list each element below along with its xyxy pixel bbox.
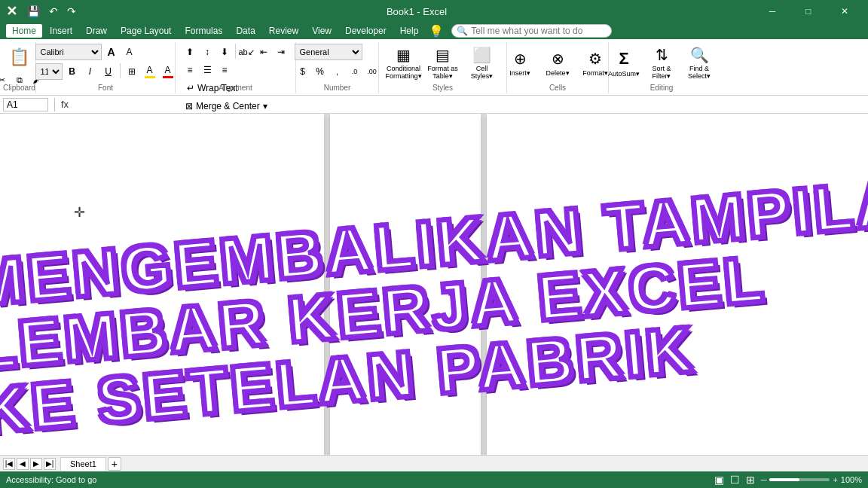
conditional-formatting-button[interactable]: ▦ ConditionalFormatting▾ [386, 44, 422, 83]
next-sheet-button[interactable]: ▶ [30, 458, 42, 470]
align-middle-button[interactable]: ↕ [199, 44, 215, 60]
editing-group: Σ AutoSum▾ ⇅ Sort &Filter▾ 🔍 Find &Selec… [609, 42, 714, 93]
menu-item-formulas[interactable]: Formulas [179, 24, 228, 38]
percent-button[interactable]: % [312, 63, 329, 80]
page-layout-view-button[interactable]: ☐ [730, 474, 740, 486]
font-size-selector[interactable]: 11 8 10 12 14 16 [35, 63, 63, 80]
spreadsheet-area: ✛ MENGEMBALIKAN TAMPILAN LEMBAR KERJA EX… [0, 114, 868, 488]
menu-item-developer[interactable]: Developer [339, 24, 393, 38]
alignment-group-label: Alignment [176, 84, 295, 92]
conditional-formatting-icon: ▦ [396, 46, 411, 64]
first-sheet-button[interactable]: |◀ [3, 458, 15, 470]
normal-view-button[interactable]: ▣ [714, 474, 724, 486]
zoom-slider[interactable] [769, 478, 830, 481]
insert-button[interactable]: ⊕ Insert▾ [502, 44, 538, 83]
last-sheet-button[interactable]: ▶| [44, 458, 56, 470]
styles-group-label: Styles [379, 84, 506, 92]
delete-button[interactable]: ⊗ Delete▾ [539, 44, 576, 83]
align-center-button[interactable]: ☰ [199, 62, 215, 78]
align-right-button[interactable]: ≡ [216, 62, 233, 78]
find-select-label: Find &Select▾ [688, 66, 711, 81]
delete-cells-icon: ⊗ [552, 50, 564, 68]
status-bar: Accessibility: Good to go ▣ ☐ ⊞ ─ + 100% [0, 471, 868, 488]
number-group: General Number Currency Percentage Date … [296, 42, 379, 93]
redo-button[interactable]: ↷ [65, 5, 78, 18]
search-box[interactable]: 🔍 [451, 24, 612, 38]
cursor-crosshair: ✛ [74, 204, 85, 221]
menu-item-insert[interactable]: Insert [44, 24, 78, 38]
zoom-in-button[interactable]: + [833, 475, 837, 484]
search-input[interactable] [471, 26, 607, 36]
alignment-group: ⬆ ↕ ⬇ ab↙ ⇤ ⇥ ≡ ☰ ≡ ↵ W [176, 42, 296, 93]
page-break-view-button[interactable]: ⊞ [746, 474, 755, 486]
quick-access-toolbar: ✕ 💾 ↶ ↷ [6, 3, 78, 20]
help-icon: 💡 [429, 24, 444, 38]
conditional-formatting-label: ConditionalFormatting▾ [386, 66, 422, 81]
font-color-button[interactable]: A [160, 63, 176, 80]
menu-bar: Home Insert Draw Page Layout Formulas Da… [0, 23, 868, 39]
format-as-table-button[interactable]: ▤ Format asTable▾ [425, 44, 461, 83]
format-label: Format▾ [582, 69, 608, 77]
menu-item-page-layout[interactable]: Page Layout [115, 24, 177, 38]
formula-divider [54, 98, 55, 111]
decimal-increase-button[interactable]: .0 [347, 63, 363, 80]
undo-button[interactable]: ↶ [47, 5, 60, 18]
status-right-area: ▣ ☐ ⊞ ─ + 100% [714, 474, 862, 486]
merge-icon: ⊠ [185, 101, 193, 111]
indent-increase-button[interactable]: ⇥ [273, 44, 289, 60]
sheet-tab-1[interactable]: Sheet1 [60, 457, 106, 471]
align-left-button[interactable]: ≡ [182, 62, 198, 78]
insert-cells-icon: ⊕ [514, 50, 527, 68]
menu-item-view[interactable]: View [306, 24, 338, 38]
close-button[interactable]: ✕ [827, 0, 862, 23]
font-name-selector[interactable]: Calibri Arial Times New Roman [35, 44, 102, 60]
menu-item-home[interactable]: Home [6, 24, 42, 38]
paste-button[interactable]: 📋 [6, 44, 33, 71]
autosum-label: AutoSum▾ [608, 70, 640, 78]
menu-item-data[interactable]: Data [230, 24, 261, 38]
indent-decrease-button[interactable]: ⇤ [255, 44, 272, 60]
menu-item-review[interactable]: Review [263, 24, 304, 38]
find-select-button[interactable]: 🔍 Find &Select▾ [681, 44, 717, 83]
comma-button[interactable]: , [329, 63, 346, 80]
cells-group: ⊕ Insert▾ ⊗ Delete▾ ⚙ Format▾ Cells [507, 42, 609, 93]
bold-button[interactable]: B [64, 63, 81, 80]
formula-function-icon: fx [61, 99, 69, 110]
minimize-button[interactable]: ─ [755, 0, 790, 23]
decrease-font-button[interactable]: A [121, 44, 138, 60]
status-text: Accessibility: Good to go [6, 475, 96, 484]
format-as-table-label: Format asTable▾ [427, 66, 458, 81]
cell-styles-button[interactable]: ⬜ CellStyles▾ [464, 44, 500, 83]
cell-styles-icon: ⬜ [472, 46, 491, 64]
align-bottom-button[interactable]: ⬇ [216, 44, 233, 60]
sort-filter-button[interactable]: ⇅ Sort &Filter▾ [643, 44, 680, 83]
decimal-decrease-button[interactable]: .00 [364, 63, 381, 80]
fill-color-button[interactable]: A [142, 63, 158, 80]
menu-item-draw[interactable]: Draw [80, 24, 113, 38]
zoom-control: ─ + 100% [761, 475, 862, 484]
zoom-out-button[interactable]: ─ [761, 475, 767, 484]
border-button[interactable]: ⊞ [124, 63, 140, 80]
app-container: ✕ 💾 ↶ ↷ Book1 - Excel ─ □ ✕ Home Insert … [0, 0, 868, 488]
italic-button[interactable]: I [82, 63, 99, 80]
autosum-icon: Σ [619, 49, 628, 69]
search-icon: 🔍 [457, 26, 468, 36]
merge-dropdown-icon: ▾ [263, 101, 267, 111]
align-top-button[interactable]: ⬆ [182, 44, 198, 60]
zoom-percent-label: 100% [841, 475, 862, 484]
format-cells-icon: ⚙ [588, 50, 602, 68]
underline-button[interactable]: U [100, 63, 117, 80]
number-format-selector[interactable]: General Number Currency Percentage Date [295, 44, 362, 60]
clipboard-label: Clipboard [3, 84, 35, 92]
add-sheet-button[interactable]: + [108, 457, 121, 471]
maximize-button[interactable]: □ [791, 0, 826, 23]
accounting-format-button[interactable]: $ [295, 63, 311, 80]
increase-font-button[interactable]: A [103, 44, 120, 60]
menu-item-help[interactable]: Help [394, 24, 425, 38]
text-direction-button[interactable]: ab↙ [238, 44, 255, 60]
autosum-button[interactable]: Σ AutoSum▾ [606, 44, 642, 83]
merge-center-button[interactable]: ⊠ Merge & Center ▾ [182, 98, 271, 114]
prev-sheet-button[interactable]: ◀ [17, 458, 29, 470]
save-button[interactable]: 💾 [25, 5, 42, 18]
cell-reference-box[interactable] [3, 98, 48, 111]
